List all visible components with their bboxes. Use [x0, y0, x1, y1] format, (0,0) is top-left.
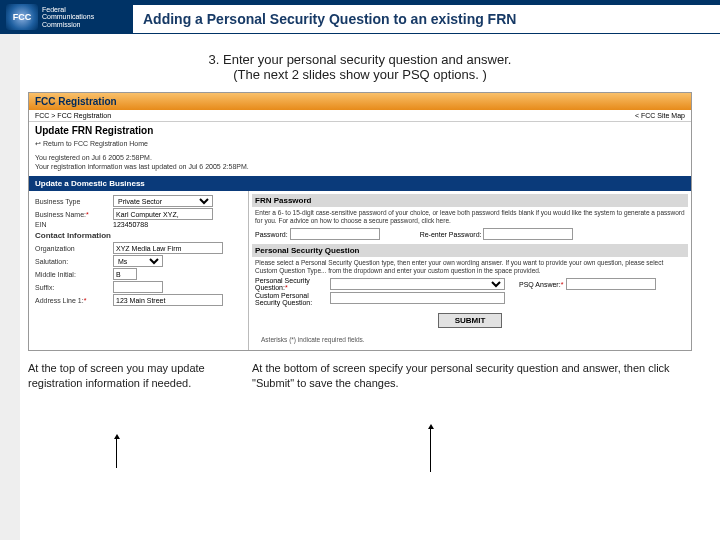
address-label: Address Line 1:* [35, 297, 113, 304]
meta-updated: Your registration information was last u… [35, 162, 685, 171]
caption-left: At the top of screen you may update regi… [28, 361, 228, 390]
left-column: Business Type Private Sector Business Na… [29, 191, 249, 350]
contact-section: Contact Information [35, 231, 242, 240]
custom-psq-label: Custom Personal Security Question: [255, 292, 330, 306]
reg-header: FCC Registration [29, 93, 691, 110]
business-name-input[interactable] [113, 208, 213, 220]
salutation-label: Salutation: [35, 258, 113, 265]
breadcrumb-right[interactable]: < FCC Site Map [635, 112, 685, 119]
instruction-main: 3. Enter your personal security question… [40, 52, 680, 67]
arrow-left-icon [116, 438, 117, 468]
fcc-logo: FCC Federal Communications Commission [0, 4, 133, 30]
suffix-label: Suffix: [35, 284, 113, 291]
back-link[interactable]: ↩ Return to FCC Registration Home [29, 139, 691, 151]
salutation-select[interactable]: Ms [113, 255, 163, 267]
form-screenshot: FCC Registration FCC > FCC Registration … [28, 92, 692, 351]
pwd-label: Password: [255, 230, 288, 237]
meta-registered: You registered on Jul 6 2005 2:58PM. [35, 153, 685, 162]
middle-label: Middle Initial: [35, 271, 113, 278]
business-type-label: Business Type [35, 198, 113, 205]
ein-value: 123450788 [113, 221, 148, 228]
section-bar: Update a Domestic Business [29, 176, 691, 191]
logo-subtext: Federal Communications Commission [42, 6, 94, 28]
psq-label: Personal Security Question:* [255, 277, 330, 291]
custom-psq-input[interactable] [330, 292, 505, 304]
org-label: Organization [35, 245, 113, 252]
pwd2-label: Re-enter Password: [420, 230, 482, 237]
psq-answer-label: PSQ Answer:* [519, 281, 563, 288]
header-bar: FCC Federal Communications Commission Ad… [0, 0, 720, 34]
org-input[interactable] [113, 242, 223, 254]
ein-label: EIN [35, 221, 113, 228]
pwd-header: FRN Password [252, 194, 688, 207]
psq-header: Personal Security Question [252, 244, 688, 257]
fcc-seal-icon: FCC [6, 4, 38, 30]
required-footnote: Asterisks (*) indicate required fields. [255, 334, 685, 347]
business-name-label: Business Name:* [35, 211, 113, 218]
caption-right: At the bottom of screen specify your per… [228, 361, 692, 390]
middle-input[interactable] [113, 268, 137, 280]
address-input[interactable] [113, 294, 223, 306]
suffix-input[interactable] [113, 281, 163, 293]
business-type-select[interactable]: Private Sector [113, 195, 213, 207]
right-column: FRN Password Enter a 6- to 15-digit case… [249, 191, 691, 350]
submit-button[interactable]: SUBMIT [438, 313, 503, 328]
instruction-block: 3. Enter your personal security question… [0, 34, 720, 92]
arrow-right-icon [430, 428, 431, 472]
psq-desc: Please select a Personal Security Questi… [255, 259, 685, 275]
pwd-input[interactable] [290, 228, 380, 240]
breadcrumb-left[interactable]: FCC > FCC Registration [35, 112, 111, 119]
instruction-sub: (The next 2 slides show your PSQ options… [40, 67, 680, 82]
pwd2-input[interactable] [483, 228, 573, 240]
psq-select[interactable] [330, 278, 505, 290]
pwd-desc: Enter a 6- to 15-digit case-sensitive pa… [255, 209, 685, 225]
sub-header: Update FRN Registration [29, 122, 691, 139]
psq-answer-input[interactable] [566, 278, 656, 290]
page-title: Adding a Personal Security Question to a… [133, 5, 720, 33]
